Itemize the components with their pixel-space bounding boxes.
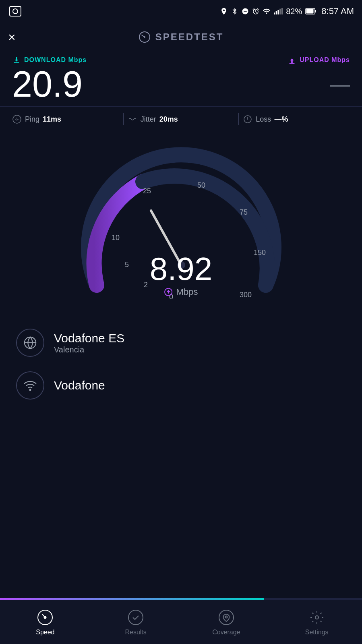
- download-block: DOWNLOAD Mbps 20.9: [12, 56, 181, 102]
- signal-icon: [274, 8, 283, 15]
- globe-icon: [23, 336, 37, 350]
- network-icon-wrap: [16, 371, 44, 400]
- isp-icon-wrap: [16, 329, 44, 357]
- dnd-icon: [242, 8, 249, 15]
- download-value: 20.9: [12, 66, 181, 102]
- loss-metric: Loss —%: [243, 114, 350, 124]
- photo-icon: [8, 4, 23, 19]
- svg-point-31: [219, 610, 234, 625]
- upload-value: —: [185, 72, 350, 96]
- svg-text:2: 2: [143, 281, 147, 289]
- network-name: Vodafone: [54, 379, 105, 392]
- gauge-speed-display: 8.92 Mbps: [150, 253, 213, 297]
- svg-rect-6: [281, 8, 283, 14]
- battery-percentage: 82%: [286, 7, 302, 16]
- time-display: 8:57 AM: [321, 6, 354, 17]
- svg-point-27: [30, 389, 31, 391]
- download-icon: [12, 56, 21, 64]
- svg-text:5: 5: [124, 261, 128, 269]
- status-bar: 82% 8:57 AM: [0, 0, 362, 23]
- coverage-nav-label: Coverage: [212, 629, 240, 636]
- svg-rect-5: [279, 9, 281, 14]
- svg-text:75: 75: [239, 208, 247, 216]
- upload-circle-icon: [164, 288, 173, 296]
- alarm-icon: [252, 8, 259, 15]
- svg-rect-9: [306, 9, 314, 14]
- isp-details: Vodafone ES Valencia: [54, 331, 124, 354]
- location-icon: [220, 7, 228, 15]
- ping-metric: Ping 11ms: [12, 114, 119, 124]
- nav-speed[interactable]: Speed: [0, 609, 91, 636]
- status-bar-right: 82% 8:57 AM: [220, 6, 354, 17]
- svg-point-32: [225, 616, 227, 618]
- svg-rect-0: [10, 6, 21, 16]
- network-item: Vodafone: [16, 364, 346, 407]
- metrics-row: Ping 11ms Jitter 20ms Loss —%: [0, 106, 362, 132]
- svg-text:10: 10: [111, 234, 119, 242]
- gauge-container: 0 2 5 10 25 50 75 150 300 8.92: [0, 132, 362, 313]
- svg-point-11: [144, 36, 145, 38]
- gauge-wrapper: 0 2 5 10 25 50 75 150 300 8.92: [72, 140, 290, 309]
- bluetooth-icon: [231, 8, 238, 15]
- close-button[interactable]: ×: [8, 30, 16, 45]
- isp-name: Vodafone ES: [54, 331, 124, 345]
- upload-block: UPLOAD Mbps —: [181, 56, 350, 96]
- app-title-container: SPEEDTEST: [139, 31, 224, 43]
- upload-label: UPLOAD Mbps: [181, 56, 350, 64]
- settings-nav-label: Settings: [305, 629, 329, 636]
- nav-settings[interactable]: Settings: [271, 609, 362, 636]
- svg-point-29: [44, 616, 46, 618]
- isp-item: Vodafone ES Valencia: [16, 321, 346, 364]
- upload-icon: [288, 56, 296, 64]
- divider-1: [123, 113, 124, 125]
- svg-point-30: [128, 610, 143, 625]
- svg-point-33: [315, 616, 319, 619]
- coverage-nav-icon: [217, 609, 235, 626]
- svg-text:50: 50: [197, 181, 205, 189]
- wifi-provider-icon: [23, 379, 37, 392]
- svg-text:150: 150: [253, 248, 265, 257]
- provider-section: Vodafone ES Valencia Vodafone: [0, 313, 362, 415]
- divider-2: [238, 113, 239, 125]
- loss-icon: [243, 114, 252, 124]
- speedtest-icon: [139, 31, 151, 43]
- svg-text:25: 25: [143, 187, 151, 195]
- svg-rect-8: [315, 10, 316, 12]
- app-header: × SPEEDTEST: [0, 23, 362, 52]
- download-label: DOWNLOAD Mbps: [12, 56, 181, 64]
- speed-nav-icon: [36, 609, 54, 626]
- svg-rect-4: [278, 10, 279, 14]
- status-bar-left: [8, 4, 23, 19]
- wifi-icon: [263, 7, 271, 15]
- svg-rect-2: [274, 12, 275, 14]
- jitter-metric: Jitter 20ms: [128, 114, 235, 124]
- settings-nav-icon: [308, 609, 326, 626]
- isp-city: Valencia: [54, 345, 124, 354]
- app-title: SPEEDTEST: [155, 31, 224, 43]
- battery-icon: [305, 8, 316, 14]
- ping-icon: [12, 114, 22, 124]
- current-speed: 8.92: [150, 253, 213, 285]
- svg-rect-3: [276, 11, 277, 14]
- bottom-navigation: Speed Results Coverage Settings: [0, 600, 362, 644]
- nav-results[interactable]: Results: [91, 609, 181, 636]
- speed-unit: Mbps: [150, 287, 213, 297]
- results-nav-label: Results: [125, 629, 146, 636]
- svg-text:300: 300: [239, 291, 251, 299]
- nav-coverage[interactable]: Coverage: [181, 609, 272, 636]
- svg-point-1: [13, 9, 18, 14]
- jitter-icon: [128, 114, 137, 124]
- speed-stats: DOWNLOAD Mbps 20.9 UPLOAD Mbps —: [0, 52, 362, 102]
- speed-nav-label: Speed: [36, 629, 54, 636]
- results-nav-icon: [127, 609, 145, 626]
